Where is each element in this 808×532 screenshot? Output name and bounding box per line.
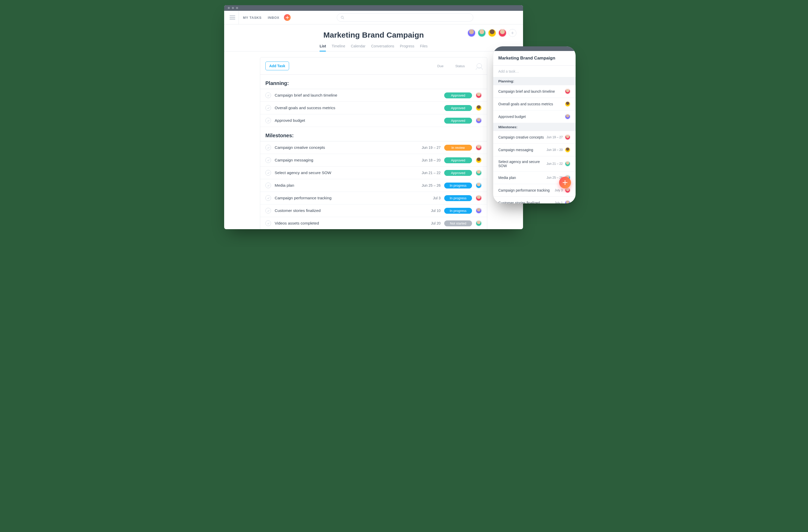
member-avatar[interactable] xyxy=(498,29,507,37)
tab-conversations[interactable]: Conversations xyxy=(371,44,394,51)
nav-links: MY TASKS INBOX xyxy=(243,16,279,20)
window-titlebar xyxy=(224,5,523,11)
traffic-light-dot xyxy=(236,7,238,9)
traffic-light-dot xyxy=(232,7,234,9)
complete-toggle[interactable] xyxy=(265,183,271,188)
task-due: Jul 3 xyxy=(415,196,441,200)
mobile-task-row[interactable]: Campaign creative conceptsJun 19 – 27 xyxy=(493,131,575,144)
assignee-avatar[interactable] xyxy=(476,117,482,124)
status-badge: Approved xyxy=(444,157,472,163)
mobile-task-name: Campaign performance tracking xyxy=(498,188,555,192)
task-row[interactable]: Select agency and secure SOWJun 21 – 22A… xyxy=(260,167,487,179)
menu-button[interactable] xyxy=(226,11,239,24)
mobile-task-row[interactable]: Campaign messagingJun 18 – 20 xyxy=(493,144,575,156)
task-row[interactable]: Campaign creative conceptsJun 19 – 27In … xyxy=(260,141,487,154)
task-due: Jun 18 – 20 xyxy=(415,158,441,162)
assignee-icon xyxy=(477,63,482,69)
tab-files[interactable]: Files xyxy=(420,44,428,51)
complete-toggle[interactable] xyxy=(265,221,271,226)
mobile-task-row[interactable]: Customer stories finalizedJuly 1 xyxy=(493,197,575,204)
assignee-avatar[interactable] xyxy=(476,145,482,151)
complete-toggle[interactable] xyxy=(265,157,271,163)
complete-toggle[interactable] xyxy=(265,170,271,176)
task-name: Campaign messaging xyxy=(275,158,411,163)
assignee-avatar[interactable] xyxy=(476,92,482,98)
mobile-task-row[interactable]: Approved budget xyxy=(493,111,575,123)
mobile-assignee-avatar[interactable] xyxy=(565,161,570,167)
task-row[interactable]: Campaign performance trackingJul 3In pro… xyxy=(260,192,487,205)
tab-timeline[interactable]: Timeline xyxy=(332,44,345,51)
task-row[interactable]: Campaign brief and launch timelineApprov… xyxy=(260,89,487,102)
task-row[interactable]: Customer stories finalizedJul 10In progr… xyxy=(260,205,487,217)
complete-toggle[interactable] xyxy=(265,195,271,201)
task-row[interactable]: Overall goals and success metricsApprove… xyxy=(260,102,487,114)
task-row[interactable]: Media planJun 25 – 26In progress xyxy=(260,179,487,192)
status-badge: In progress xyxy=(444,183,472,189)
mobile-assignee-avatar[interactable] xyxy=(565,89,570,94)
tab-progress[interactable]: Progress xyxy=(400,44,414,51)
mobile-task-name: Overall goals and success metrics xyxy=(498,102,565,106)
mobile-assignee-avatar[interactable] xyxy=(565,101,570,107)
assignee-avatar[interactable] xyxy=(476,105,482,111)
member-avatar[interactable] xyxy=(467,29,476,37)
task-due: Jul 20 xyxy=(415,221,441,225)
mobile-task-row[interactable]: Select agency and secure SOWJun 21 – 22 xyxy=(493,156,575,171)
task-due: Jul 10 xyxy=(415,209,441,213)
member-avatar[interactable] xyxy=(488,29,496,37)
task-name: Customer stories finalized xyxy=(275,208,411,213)
mobile-fab[interactable] xyxy=(559,177,571,189)
assignee-avatar[interactable] xyxy=(476,220,482,226)
mobile-task-name: Customer stories finalized xyxy=(498,201,555,204)
mobile-task-due: July 3 xyxy=(555,189,563,192)
tab-calendar[interactable]: Calendar xyxy=(351,44,366,51)
mobile-header: Marketing Brand Campaign xyxy=(493,51,575,66)
status-badge: In progress xyxy=(444,195,472,201)
mobile-task-due: Jun 19 – 27 xyxy=(547,135,563,139)
task-row[interactable]: Campaign messagingJun 18 – 20Approved xyxy=(260,154,487,167)
assignee-avatar[interactable] xyxy=(476,182,482,189)
mobile-task-row[interactable]: Campaign brief and launch timeline xyxy=(493,85,575,98)
complete-toggle[interactable] xyxy=(265,145,271,150)
section-title: Planning: xyxy=(260,75,487,89)
quick-add-button[interactable] xyxy=(284,14,291,21)
mobile-assignee-avatar[interactable] xyxy=(565,200,570,204)
complete-toggle[interactable] xyxy=(265,118,271,124)
assignee-avatar[interactable] xyxy=(476,208,482,214)
complete-toggle[interactable] xyxy=(265,92,271,98)
task-name: Campaign performance tracking xyxy=(275,196,411,200)
task-due: Jun 25 – 26 xyxy=(415,183,441,188)
status-badge: Approved xyxy=(444,92,472,98)
tab-list[interactable]: List xyxy=(319,44,326,51)
svg-line-1 xyxy=(343,18,344,19)
search-input[interactable] xyxy=(337,13,473,22)
task-due: Jun 21 – 22 xyxy=(415,171,441,175)
svg-point-0 xyxy=(341,16,344,19)
mobile-task-name: Campaign messaging xyxy=(498,148,547,152)
add-member-button[interactable] xyxy=(509,29,516,37)
mobile-task-row[interactable]: Overall goals and success metrics xyxy=(493,98,575,111)
mobile-section-title: Planning: xyxy=(493,77,575,85)
complete-toggle[interactable] xyxy=(265,105,271,111)
task-name: Select agency and secure SOW xyxy=(275,170,411,175)
assignee-avatar[interactable] xyxy=(476,157,482,163)
nav-my-tasks[interactable]: MY TASKS xyxy=(243,16,261,20)
task-name: Campaign creative concepts xyxy=(275,145,411,150)
status-badge: In progress xyxy=(444,208,472,214)
task-due: Jun 19 – 27 xyxy=(415,146,441,150)
complete-toggle[interactable] xyxy=(265,208,271,213)
member-avatar[interactable] xyxy=(478,29,486,37)
assignee-avatar[interactable] xyxy=(476,170,482,176)
mobile-assignee-avatar[interactable] xyxy=(565,114,570,119)
task-row[interactable]: Approved budgetApproved xyxy=(260,114,487,127)
add-task-button[interactable]: Add Task xyxy=(265,61,289,70)
mobile-task-name: Select agency and secure SOW xyxy=(498,160,547,168)
nav-inbox[interactable]: INBOX xyxy=(268,16,279,20)
mobile-assignee-avatar[interactable] xyxy=(565,134,570,140)
desktop-window: MY TASKS INBOX Marketing Brand Campaign xyxy=(224,5,523,229)
task-row[interactable]: Videos assets completedJul 20Not started xyxy=(260,217,487,229)
mobile-assignee-avatar[interactable] xyxy=(565,147,570,153)
mobile-add-task[interactable]: Add a task… xyxy=(493,66,575,77)
assignee-avatar[interactable] xyxy=(476,195,482,201)
mobile-device: Marketing Brand Campaign Add a task… Pla… xyxy=(493,46,575,204)
panel-header: Add Task Due Status xyxy=(260,57,487,75)
